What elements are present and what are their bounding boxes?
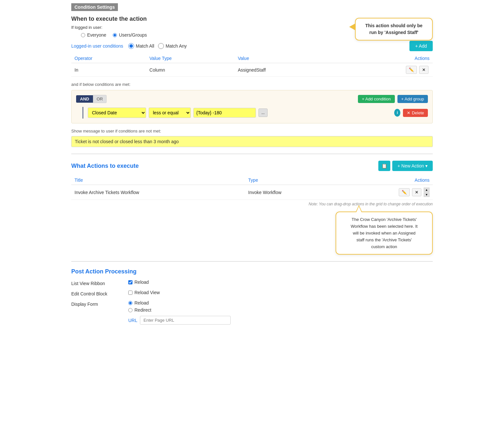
match-any-option[interactable]: Match Any — [158, 43, 187, 49]
new-action-button[interactable]: + New Action ▾ — [392, 161, 433, 171]
and-or-group: AND OR — [76, 95, 107, 103]
col-value: Value — [235, 54, 340, 63]
and-if-label: and if below conditions are met: — [71, 82, 433, 87]
logged-conditions-row: Logged-in user conditions Match All Matc… — [71, 41, 433, 51]
actions-cell: ✏️ ✕ — [340, 63, 433, 77]
reload-label: Reload — [134, 280, 149, 285]
drag-actions-col: ✏️ ✕ ▲ ▼ — [345, 188, 430, 197]
delete-icon: ✕ — [407, 110, 410, 115]
action-title-cell: Invoke Archive Tickets Workflow — [71, 185, 245, 200]
copy-button[interactable]: 📋 — [378, 161, 390, 171]
match-radio-group: Match All Match Any — [128, 43, 187, 49]
delete-button[interactable]: ✕ Delete — [403, 109, 428, 117]
actions-table: Title Type Actions Invoke Archive Ticket… — [71, 176, 433, 200]
edit-condition-button[interactable]: ✏️ — [406, 66, 417, 74]
table-row: Invoke Archive Tickets Workflow Invoke W… — [71, 185, 433, 200]
conditions-table: Operator Value Type Value Actions In Col… — [71, 54, 433, 77]
reload-view-checkbox-option[interactable]: Reload View — [128, 290, 160, 295]
condition-row: Closed Date less or equal ... i ✕ Delete — [83, 107, 428, 119]
actions-col-title: Title — [71, 176, 245, 185]
info-button[interactable]: i — [394, 109, 400, 117]
post-action-title: Post Action Processing — [71, 268, 433, 275]
url-label: URL — [128, 318, 137, 323]
tooltip-archive-workflow: The Crow Canyon 'Archive Tickets' Workfl… — [336, 212, 433, 255]
action-actions-cell: ✏️ ✕ ▲ ▼ — [342, 185, 433, 200]
scroll-up-button[interactable]: ▲ — [424, 188, 430, 192]
delete-action-button[interactable]: ✕ — [412, 188, 421, 196]
display-form-redirect-option[interactable]: Redirect — [128, 307, 231, 313]
and-button[interactable]: AND — [76, 95, 93, 103]
list-view-ribbon-row: List View Ribbon Reload — [71, 280, 433, 286]
edit-action-button[interactable]: ✏️ — [399, 188, 410, 196]
ellipsis-button[interactable]: ... — [258, 109, 268, 117]
add-condition-btn[interactable]: + Add condition — [358, 95, 395, 103]
scroll-down-button[interactable]: ▼ — [424, 192, 430, 197]
logged-conditions-left: Logged-in user conditions Match All Matc… — [71, 43, 187, 49]
condition-field-select[interactable]: Closed Date — [88, 108, 146, 118]
actions-col-actions: Actions — [342, 176, 433, 185]
match-any-radio[interactable] — [158, 43, 164, 49]
display-form-redirect-label: Redirect — [134, 307, 151, 313]
operator-cell: In — [71, 63, 146, 77]
url-input[interactable] — [140, 316, 231, 325]
add-condition-button[interactable]: + Add — [409, 41, 433, 51]
col-operator: Operator — [71, 54, 146, 63]
col-actions: Actions — [340, 54, 433, 63]
condition-group-box: AND OR + Add condition + Add group Close… — [71, 90, 433, 123]
match-all-radio[interactable] — [128, 43, 134, 49]
actions-col-type: Type — [245, 176, 342, 185]
what-actions-header: What Actions to execute 📋 + New Action ▾ — [71, 161, 433, 171]
display-form-redirect-radio[interactable] — [128, 308, 132, 312]
condition-value-input[interactable] — [193, 108, 256, 118]
list-view-ribbon-label: List View Ribbon — [71, 280, 123, 286]
show-message-label: Show message to user if conditions are n… — [71, 129, 433, 133]
everyone-radio[interactable] — [81, 33, 85, 37]
scroll-buttons: ▲ ▼ — [424, 188, 430, 197]
url-row: URL — [128, 316, 231, 325]
edit-control-block-row: Edit Control Block Reload View — [71, 290, 433, 296]
display-form-options: Reload Redirect URL — [128, 300, 231, 325]
display-form-reload-option[interactable]: Reload — [128, 300, 231, 305]
delete-label: Delete — [412, 110, 424, 115]
section-divider — [71, 154, 433, 154]
condition-settings-header: Condition Settings — [71, 3, 118, 11]
logged-in-conditions-link[interactable]: Logged-in user conditions — [71, 43, 123, 49]
edit-control-block-label: Edit Control Block — [71, 290, 123, 296]
display-form-label: Display Form — [71, 300, 123, 307]
action-type-cell: Invoke Workflow — [245, 185, 342, 200]
condition-operator-select[interactable]: less or equal — [149, 108, 191, 118]
actions-btns-right: 📋 + New Action ▾ — [378, 161, 433, 171]
users-groups-option[interactable]: Users/Groups — [113, 32, 147, 38]
users-groups-radio[interactable] — [113, 33, 117, 37]
table-row: In Column AssignedStaff ✏️ ✕ — [71, 63, 433, 77]
section-divider-2 — [71, 261, 433, 262]
display-form-reload-label: Reload — [134, 300, 149, 305]
display-form-reload-radio[interactable] — [128, 301, 132, 305]
display-form-row: Display Form Reload Redirect URL — [71, 300, 433, 325]
what-actions-title: What Actions to execute — [71, 163, 139, 169]
users-groups-label: Users/Groups — [119, 32, 147, 38]
or-button[interactable]: OR — [93, 95, 107, 103]
condition-group-top: AND OR + Add condition + Add group — [76, 95, 428, 103]
reload-checkbox-option[interactable]: Reload — [128, 280, 149, 285]
col-value-type: Value Type — [146, 54, 235, 63]
match-any-label: Match Any — [166, 43, 187, 49]
reload-view-label: Reload View — [134, 290, 160, 295]
list-view-ribbon-options: Reload — [128, 280, 149, 285]
add-group-btn[interactable]: + Add group — [397, 95, 428, 103]
match-all-label: Match All — [136, 43, 154, 49]
value-cell: AssignedStaff — [235, 63, 340, 77]
everyone-label: Everyone — [87, 32, 106, 38]
message-input[interactable] — [71, 136, 433, 147]
edit-control-options: Reload View — [128, 290, 160, 295]
drag-note: Note: You can drag-drop actions in the g… — [71, 202, 433, 206]
list-view-reload-checkbox[interactable] — [128, 280, 132, 284]
tooltip-assigned-staff: This action should only be run by 'Assig… — [355, 18, 433, 40]
value-type-cell: Column — [146, 63, 235, 77]
delete-condition-button[interactable]: ✕ — [419, 66, 429, 74]
everyone-option[interactable]: Everyone — [81, 32, 106, 38]
group-actions-right: + Add condition + Add group — [358, 95, 428, 103]
match-all-option[interactable]: Match All — [128, 43, 154, 49]
edit-control-reload-checkbox[interactable] — [128, 291, 132, 295]
